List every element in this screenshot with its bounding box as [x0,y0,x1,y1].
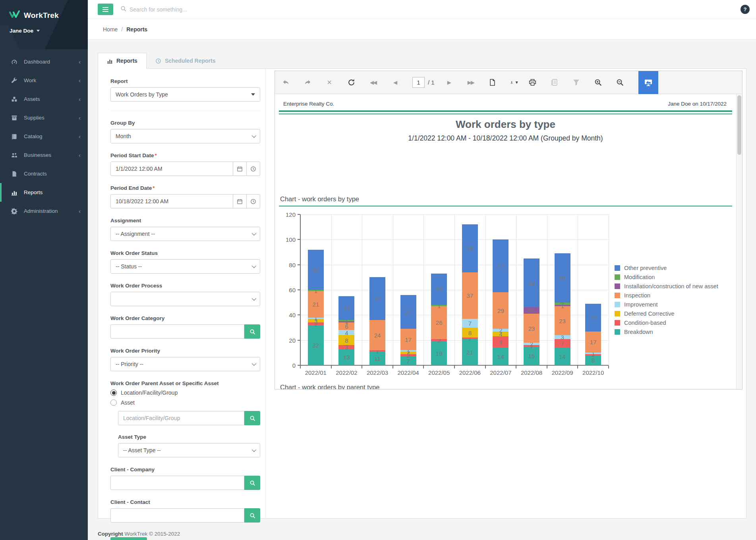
box-icon [11,114,18,122]
user-menu[interactable]: Jane Doe [0,21,88,34]
client-company-input[interactable] [116,480,239,486]
tab-scheduled-reports[interactable]: Scheduled Reports [147,53,224,69]
breadcrumb-home-link[interactable]: Home [103,26,118,33]
bar-segment-value: 8 [458,330,482,336]
chevron-left-icon: ‹ [79,152,81,158]
process-select[interactable] [110,292,260,306]
chevron-down-icon [37,30,40,32]
download-icon[interactable]: ▼ [510,79,519,86]
period-end-input[interactable] [116,198,228,204]
bar-segment-value: 14 [489,353,512,359]
refresh-icon[interactable] [347,79,356,86]
sidebar-item-contracts[interactable]: Contracts [0,164,88,183]
bar-segment: 1 [338,320,354,321]
sidebar-item-catalog[interactable]: Catalog‹ [0,127,88,146]
time-button[interactable] [247,194,260,208]
sidebar-item-label: Catalog [24,133,43,139]
sidebar-item-assets[interactable]: Assets‹ [0,90,88,108]
radio-location-label: Location/Facility/Group [121,390,178,396]
radio-unselected-icon [110,399,117,406]
scrollbar-thumb[interactable] [737,95,741,155]
category-input[interactable] [116,328,239,335]
book-icon [11,133,18,140]
page-number-input[interactable] [412,77,425,88]
sidebar-item-label: Businesses [24,152,51,158]
previous-page-icon[interactable]: ◀ [391,79,399,85]
report-select[interactable]: Work Orders by Type [110,87,260,102]
calendar-button[interactable] [233,162,247,176]
bar-segment: 2 [493,329,509,331]
logo[interactable]: WorkTrek [0,0,88,21]
report-select-value: Work Orders by Type [116,91,168,98]
sidebar-item-businesses[interactable]: Businesses‹ [0,146,88,164]
first-page-icon[interactable]: ◀◀ [369,79,377,85]
location-input[interactable] [123,415,239,421]
chevron-down-icon [252,296,256,301]
client-contact-search-button[interactable] [244,508,260,523]
search-icon [120,6,126,13]
x-axis-tick [608,366,609,368]
bar-segment: 17 [585,332,601,353]
legend-item: Inspection [615,292,718,299]
last-page-icon[interactable]: ▶▶ [466,79,475,85]
zoom-out-icon[interactable] [616,79,625,86]
location-search-button[interactable] [244,411,260,425]
page-total: / 1 [428,79,435,86]
cancel-icon[interactable]: × [325,78,334,87]
radio-asset[interactable]: Asset [110,399,260,406]
radio-location-facility-group[interactable]: Location/Facility/Group [110,390,260,396]
bar-chart-icon [107,58,113,64]
priority-label: Work Order Priority [110,348,260,354]
assignment-select[interactable]: -- Assignment -- [110,227,260,241]
zoom-in-icon[interactable] [594,79,603,86]
print-icon[interactable] [528,79,537,86]
sidebar-item-reports[interactable]: Reports [0,183,88,202]
menu-toggle-button[interactable] [98,4,113,15]
search-input[interactable] [130,6,296,13]
sidebar-item-label: Work [24,77,36,83]
status-select[interactable]: -- Status -- [110,259,260,274]
priority-select[interactable]: -- Priority -- [110,357,260,371]
sidebar-item-label: Assets [24,96,40,102]
sidebar-item-work[interactable]: Work‹ [0,71,88,90]
group-by-select[interactable]: Month [110,129,260,143]
sidebar-item-supplies[interactable]: Supplies‹ [0,108,88,127]
bar-segment-value: 29 [489,308,512,314]
fit-to-screen-button[interactable] [638,71,658,94]
single-page-icon[interactable] [488,79,497,86]
bar-segment-value: 13 [334,354,358,360]
undo-icon[interactable] [281,79,290,86]
sidebar-item-administration[interactable]: Administration‹ [0,202,88,220]
process-label: Work Order Process [110,283,260,289]
period-start-input-wrap [110,162,233,176]
bar-segment-value: 9 [489,339,512,345]
legend-item: Condition-based [615,320,718,326]
category-search-button[interactable] [244,324,260,339]
required-marker: * [155,152,157,158]
asset-type-select[interactable]: -- Asset Type -- [118,443,260,457]
report-company: Enterprise Realty Co. [283,101,334,107]
sidebar-item-dashboard[interactable]: Dashboard‹ [0,52,88,71]
help-button[interactable]: ? [741,5,750,14]
required-marker: * [153,185,155,191]
time-button[interactable] [247,162,260,176]
generate-button[interactable]: Generate [110,537,147,540]
redo-icon[interactable] [303,79,312,86]
x-axis-label: 2022/01 [300,369,331,376]
sidebar-menu: Dashboard‹Work‹Assets‹Supplies‹Catalog‹B… [0,49,88,220]
viewer-scrollbar[interactable] [736,94,742,389]
client-contact-input[interactable] [116,512,239,519]
bar-segment: 21 [308,291,324,318]
chevron-left-icon: ‹ [79,208,81,214]
period-start-input[interactable] [116,166,228,172]
next-page-icon[interactable]: ▶ [445,79,453,85]
gridline [331,214,332,365]
chevron-left-icon: ‹ [79,114,81,121]
user-name: Jane Doe [10,28,33,34]
tab-reports[interactable]: Reports [98,53,147,69]
y-axis-label: 80 [280,261,296,268]
legend-item: Other preventive [615,265,718,271]
legend-label: Modification [624,274,655,280]
client-company-search-button[interactable] [244,476,260,490]
calendar-button[interactable] [233,194,247,208]
